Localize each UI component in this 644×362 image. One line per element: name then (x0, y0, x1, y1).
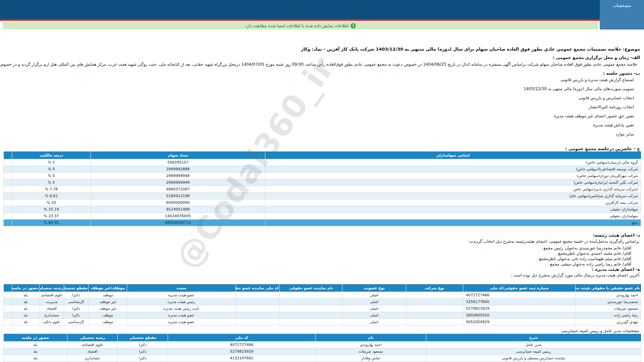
table-cell: کارشناسی (64, 319, 89, 325)
table-cell: دکترا (118, 348, 168, 355)
table-cell: دکترا (64, 312, 89, 319)
table-row: شرکت مهرآفرینان دوران(سهامي خاص)29999999… (4, 173, 641, 179)
table-row: شرکت سرمایه گذاري صباتامین(سهامي عام)516… (4, 193, 641, 199)
table-cell: 0052004929 (463, 319, 576, 325)
column-header: حضور در جلسه (4, 334, 67, 342)
section-a-body: خلاصه مجمع عمومی عادی بطور فوق العاده صا… (0, 62, 637, 67)
table-cell (406, 292, 463, 299)
table-row: گروه مالي پارسیان(سهامي خاص)599295157% 1 (4, 159, 641, 166)
table-cell: رضا راضي زاده (576, 312, 641, 319)
table-cell (4, 213, 12, 220)
table-cell: 599295157 (91, 159, 265, 166)
table-cell: بله (12, 299, 40, 305)
table-cell: 48569099719 (91, 220, 265, 226)
section-a-title: الف- زمان و محل برگزاری مجمع عمومی : (553, 55, 640, 60)
column-header: موظف/غیر موظف (89, 285, 127, 292)
column-header: مقطع تحصیلی (118, 334, 168, 342)
table-cell: % 7.78 (12, 186, 91, 193)
table-cell: % 5 (12, 179, 91, 186)
table-header-row: نام عضو حقیقی یا حقوقی هیئت مدیرهشمارة ث… (4, 285, 641, 292)
table-cell: 2999999949 (91, 179, 265, 186)
table-cell: % 5 (12, 173, 91, 179)
notice-text: اطلاعات نمایش داده شده با اطلاعات امضا ش… (245, 23, 349, 28)
column-header: شمارة ثبت عضو حقوقی/کد ملی (463, 285, 576, 292)
header-red-divider (0, 19, 644, 21)
table-cell (4, 193, 12, 199)
table-cell: حسابداري (67, 355, 118, 362)
table-row: مدیر عاملاحمد بهاروندي4072727466دکتراعلو… (4, 342, 641, 348)
table-cell (280, 305, 342, 312)
codal-announcement-page: { "header": { "tab_label": "مشخصات" }, "… (0, 0, 644, 362)
table-cell: 2999999948 (91, 173, 265, 179)
table-cell: اصلی (342, 319, 406, 325)
table-cell: نماینده حسابرس مستقل و بازرس قانونی (426, 355, 641, 362)
column-header: درصد مالکیت (12, 152, 91, 159)
table-row: احمد بهاروندي4072727466اصلیعضو هیئت مدیر… (4, 292, 641, 299)
table-cell (4, 305, 12, 312)
table-cell: سهامداران حقیقی (265, 206, 641, 213)
table-cell: 9114051489 (91, 206, 265, 213)
table-cell: موظف (89, 319, 127, 325)
table-cell: نایب رئیس هیئت مدیره (127, 305, 236, 312)
table-row: نماینده حسابرس مستقل و بازرس قانونیعباس … (4, 355, 641, 362)
table-cell: مسعود شریفات (316, 348, 426, 355)
table-row: شرکت بیمه کارآفرین6000000000% 10 (4, 199, 641, 206)
column-header: کد ملی (168, 334, 316, 342)
section-e-intro: آخرین اعضای هیئت مدیره درسال مالی مورد گ… (511, 273, 639, 278)
table-cell (4, 186, 12, 193)
agenda-item: انتخاب روزنامة کثیرالانتشار (524, 105, 634, 109)
table-cell: بله (12, 319, 40, 325)
table-cell: دکترا (64, 305, 89, 312)
column-header: نام (316, 334, 426, 342)
table-cell (4, 312, 12, 319)
presidium-members-list: آقای/ خانم محمدرضا خورسندي به‌عنوان رئیس… (536, 245, 631, 267)
table-cell: مدیریت (40, 299, 64, 305)
subject-line: موضوع: خلاصه تصمیمات مجمع عمومي عادي بطو… (301, 47, 640, 52)
table-cell: مسعود شریفات (576, 305, 641, 312)
table-cell: اصلی (342, 305, 406, 312)
table-cell: 4072727466 (168, 342, 316, 348)
table-cell: دکترا (118, 342, 168, 348)
table-cell: محمدرضا خورسندي (576, 299, 641, 305)
table-cell: بله (4, 348, 67, 355)
table-cell: عضو هیئت مدیره (127, 292, 236, 299)
presidium-member-line: آقای/ خانم رضا راضي زاده به‌عنوان منشی م… (536, 261, 631, 267)
executives-table: شرحنامکد ملیمقطع تحصیلیرشته تحصیلیحضور د… (3, 334, 641, 362)
column-header: رشته تحصیلی (40, 285, 64, 292)
table-cell: % 8.61 (12, 193, 91, 199)
table-cell: رئیس هیئت مدیره (127, 299, 236, 305)
table-cell: جمع (265, 220, 641, 226)
table-cell: اقتصاد (40, 305, 64, 312)
column-header: اسامی سهامداران (265, 152, 641, 159)
table-cell: 3256177840 (463, 299, 576, 305)
table-cell: احمد بهاروندي (576, 292, 641, 299)
presidium-member-line: آقای/ خانم محمدرضا خورسندي به‌عنوان رئیس… (536, 245, 631, 251)
table-cell: % 1 (12, 159, 91, 166)
column-header: نوع عضویت (342, 285, 406, 292)
table-cell: غیر موظف (89, 305, 127, 312)
table-cell: شرکت نگین گنجینه ایرانیان(سهامي خاص) (265, 179, 641, 186)
table-cell: 5164412196 (91, 193, 265, 199)
section-f-title: مشخصات مدیر عامل و رییس کمیته حسابرسی (561, 328, 639, 333)
column-header: نام نماینده عضو حقوقی (280, 285, 342, 292)
table-row: رضا راضي زاده2802805916اصلیعضو هیئت مدیر… (4, 312, 641, 319)
table-cell: % 80.95 (12, 220, 91, 226)
column-header: کد ملی نماینده عضو حقوقی (236, 285, 280, 292)
column-header: شرح (426, 334, 641, 342)
signature-match-notice: i اطلاعات نمایش داده شده با اطلاعات امضا… (3, 22, 598, 29)
table-cell: احمد بهاروندي (316, 342, 426, 348)
table-cell: 5279823929 (463, 305, 576, 312)
table-cell: کارشناسی (64, 299, 89, 305)
table-total-row: جمع48569099719% 80.95 (4, 220, 641, 226)
table-cell (4, 299, 12, 305)
table-cell (280, 292, 342, 299)
table-cell (4, 159, 12, 166)
section-b-title: ب– دستور جلسه : (603, 71, 640, 76)
table-cell: 4666372087 (91, 186, 265, 193)
agenda-item: سایر موارد (524, 132, 634, 136)
table-row: رییس کمیته حسابرسیمسعود شریفات5279823929… (4, 348, 641, 355)
table-cell: بله (12, 312, 40, 319)
tab-moshakhasat[interactable]: مشخصات (600, 0, 644, 29)
table-cell (236, 319, 280, 325)
table-cell: شرکت بیمه کارآفرین (265, 199, 641, 206)
